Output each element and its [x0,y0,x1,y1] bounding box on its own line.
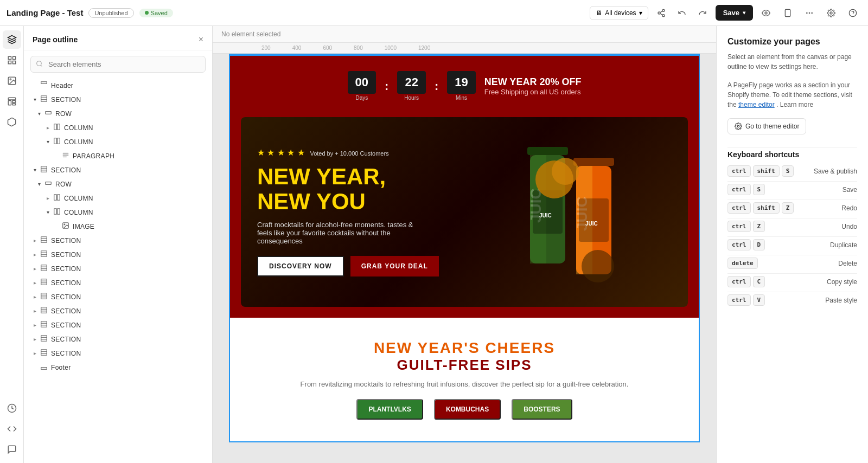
tree-item-header[interactable]: Header [26,79,210,92]
outline-scroll[interactable]: Header ▾ SECTION ▾ ROW [24,78,212,459]
sidebar-icon-elements[interactable] [3,51,21,69]
shortcut-keys-redo: ctrl shift Z [727,202,794,214]
tree-item-para1[interactable]: PARAGRAPH [26,149,210,163]
sidebar-icon-code[interactable] [3,420,21,438]
svg-rect-74 [41,350,47,356]
tree-item-col3[interactable]: ▸ COLUMN [26,191,210,205]
sidebar-icon-chat[interactable] [3,440,21,459]
tree-item-col4[interactable]: ▾ COLUMN [26,205,210,219]
rp-desc1: Select an element from the canvas or pag… [727,52,857,72]
save-chevron-icon: ▾ [743,10,745,16]
theme-editor-link[interactable]: theme editor [738,101,775,108]
tree-item-image[interactable]: IMAGE [26,220,210,233]
tree-label-footer: Footer [51,364,71,371]
tree-item-section9[interactable]: ▸ SECTION [26,318,210,332]
footer-icon [39,363,49,372]
svg-rect-68 [41,321,47,327]
save-button[interactable]: Save ▾ [716,5,753,21]
svg-line-27 [41,65,42,66]
section-icon-6 [39,278,49,287]
tree-item-section2[interactable]: ▾ SECTION [26,163,210,177]
key-z-redo: Z [782,202,794,214]
cheers-desc: From revitalizing mocktails to refreshin… [241,380,688,388]
tree-item-section3[interactable]: ▸ SECTION [26,234,210,247]
shortcut-keys-copy: ctrl C [727,276,765,287]
tree-item-row2[interactable]: ▾ ROW [26,177,210,191]
tree-item-col2[interactable]: ▾ COLUMN [26,135,210,149]
search-input[interactable] [30,56,206,73]
svg-line-3 [660,14,662,15]
settings-button[interactable] [822,4,840,22]
shortcut-keys-save: ctrl S [727,184,765,195]
key-ctrl-6: ctrl [727,276,751,287]
preview-button[interactable] [757,4,775,22]
tree-item-section6[interactable]: ▸ SECTION [26,276,210,290]
shortcut-paste-style: ctrl V Paste style [727,294,857,306]
promo-title: NEW YEAR 20% OFF [484,76,582,88]
countdown-bar: 00 Days : 22 Hours : 19 Mins [241,66,688,106]
juice-bottles-illustration: JUIC JUIC JUIC [511,136,630,288]
shortcuts-title: Keyboard shortcuts [727,150,857,159]
search-icon [36,60,43,69]
tree-label-col4: COLUMN [64,209,93,216]
chevron-col1: ▸ [43,125,52,131]
chip-boosters[interactable]: BOOSTERS [512,399,572,420]
grab-deal-button[interactable]: GRAB YOUR DEAL [350,256,439,276]
svg-rect-44 [54,195,57,201]
product-chips: PLANTLVLKS KOMBUCHAS BOOSTERS [241,399,688,420]
key-v: V [753,294,765,306]
sidebar-icon-layers[interactable] [3,30,21,49]
chip-plantlvlks[interactable]: PLANTLVLKS [356,399,423,420]
tree-item-footer[interactable]: Footer [26,361,210,374]
key-s-2: S [753,184,765,195]
redo-button[interactable] [694,4,711,22]
tree-item-section7[interactable]: ▸ SECTION [26,290,210,304]
help-button[interactable] [844,4,861,22]
page-title: Landing Page - Test [7,8,83,17]
svg-rect-84 [573,158,614,166]
chevron-down-icon: ▾ [639,9,642,17]
tree-label-col2: COLUMN [64,138,93,146]
tree-item-section8[interactable]: ▸ SECTION [26,304,210,318]
svg-point-49 [64,224,65,225]
devices-selector[interactable]: 🖥 All devices ▾ [590,6,648,20]
more-options-button[interactable] [801,4,818,22]
cheers-title1: NEW YEAR'S CHEERS [241,339,688,357]
sidebar-icons [0,26,24,463]
sidebar-icon-history[interactable] [3,399,21,417]
svg-rect-88 [579,198,609,242]
close-outline-button[interactable]: × [199,35,203,44]
outline-title: Page outline [33,35,78,44]
tree-item-section11[interactable]: ▸ SECTION [26,346,210,360]
tree-label-section3: SECTION [51,237,81,245]
collaborate-button[interactable] [653,4,670,22]
days-value: 00 [348,71,376,94]
theme-editor-button[interactable]: Go to theme editor [727,118,806,134]
discovery-button[interactable]: DISCOVERY NOW [257,256,344,276]
tree-item-section4[interactable]: ▸ SECTION [26,248,210,261]
tree-item-section1[interactable]: ▾ SECTION [26,93,210,106]
tree-item-row1[interactable]: ▾ ROW [26,107,210,120]
ruler: 200 400 600 800 1000 1200 [213,43,716,54]
column-icon-2 [52,137,62,146]
header-icon [39,81,49,90]
chip-kombuchas[interactable]: KOMBUCHAS [434,399,501,420]
sidebar-icon-apps[interactable] [3,113,21,131]
undo-button[interactable] [673,4,691,22]
svg-rect-46 [54,209,57,215]
hours-value: 22 [397,71,425,94]
tree-item-section5[interactable]: ▸ SECTION [26,262,210,275]
tree-item-section10[interactable]: ▸ SECTION [26,332,210,346]
key-ctrl: ctrl [727,165,751,177]
sidebar-icon-media[interactable] [3,72,21,90]
responsive-button[interactable] [779,4,796,22]
svg-rect-28 [41,82,47,84]
countdown-hours: 22 Hours [397,71,425,101]
sidebar-icon-sections[interactable] [3,92,21,111]
right-panel: Customize your pages Select an element f… [716,26,868,463]
svg-rect-62 [41,293,47,299]
chevron-row1: ▾ [35,111,43,117]
tree-item-col1[interactable]: ▸ COLUMN [26,121,210,134]
divider-3 [727,218,857,218]
key-shift: shift [753,165,780,177]
